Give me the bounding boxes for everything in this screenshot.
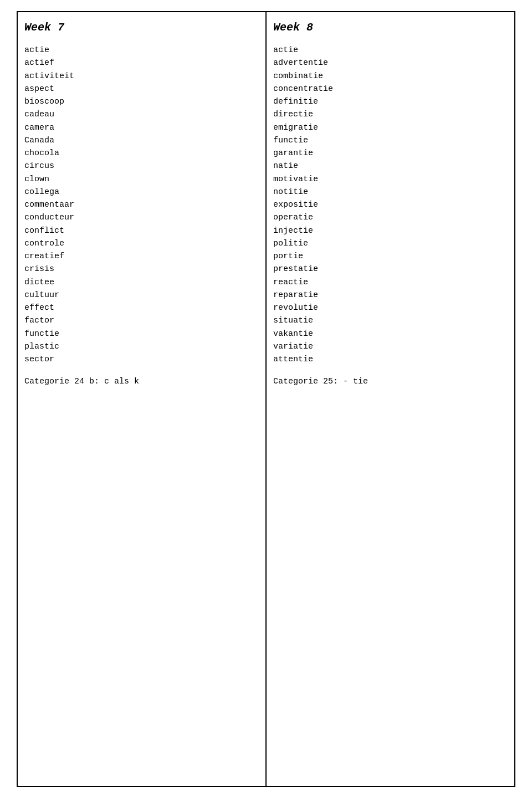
list-item: actie — [273, 44, 508, 57]
list-item: operatie — [273, 211, 508, 224]
list-item: prestatie — [273, 263, 508, 275]
list-item: expositie — [273, 198, 508, 211]
list-item: factor — [24, 314, 259, 327]
list-item: cultuur — [24, 289, 259, 301]
list-item: clown — [24, 173, 259, 186]
list-item: motivatie — [273, 173, 508, 186]
list-item: Canada — [24, 134, 259, 147]
list-item: effect — [24, 301, 259, 314]
week-title-2: Week 8 — [273, 21, 508, 34]
list-item: attentie — [273, 353, 508, 366]
list-item: activiteit — [24, 70, 259, 83]
list-item: portie — [273, 250, 508, 263]
list-item: reparatie — [273, 289, 508, 301]
list-item: circus — [24, 160, 259, 172]
list-item: notitie — [273, 186, 508, 198]
list-item: creatief — [24, 250, 259, 263]
list-item: actief — [24, 57, 259, 69]
list-item: bioscoop — [24, 95, 259, 108]
page-container: Week 7actieactiefactiviteitaspectbioscoo… — [17, 11, 515, 787]
list-item: injectie — [273, 224, 508, 237]
list-item: functie — [273, 134, 508, 147]
list-item: conflict — [24, 224, 259, 237]
list-item: camera — [24, 121, 259, 134]
list-item: crisis — [24, 263, 259, 275]
list-item: definitie — [273, 95, 508, 108]
list-item: cadeau — [24, 108, 259, 121]
list-item: chocola — [24, 147, 259, 160]
column-2: Week 8actieadvertentiecombinatieconcentr… — [267, 12, 514, 786]
list-item: natie — [273, 160, 508, 172]
word-list-1: actieactiefactiviteitaspectbioscoopcadea… — [24, 44, 259, 366]
list-item: variatie — [273, 340, 508, 353]
list-item: conducteur — [24, 211, 259, 224]
list-item: reactie — [273, 276, 508, 289]
list-item: controle — [24, 237, 259, 250]
list-item: directie — [273, 108, 508, 121]
word-list-2: actieadvertentiecombinatieconcentratiede… — [273, 44, 508, 366]
list-item: dictee — [24, 276, 259, 289]
list-item: revolutie — [273, 301, 508, 314]
list-item: actie — [24, 44, 259, 57]
category-label-1: Categorie 24 b: c als k — [24, 377, 259, 386]
list-item: combinatie — [273, 70, 508, 83]
list-item: vakantie — [273, 328, 508, 340]
list-item: sector — [24, 353, 259, 366]
list-item: collega — [24, 186, 259, 198]
list-item: plastic — [24, 340, 259, 353]
list-item: politie — [273, 237, 508, 250]
list-item: commentaar — [24, 198, 259, 211]
list-item: advertentie — [273, 57, 508, 69]
column-1: Week 7actieactiefactiviteitaspectbioscoo… — [18, 12, 267, 786]
list-item: emigratie — [273, 121, 508, 134]
list-item: concentratie — [273, 83, 508, 95]
list-item: aspect — [24, 83, 259, 95]
week-title-1: Week 7 — [24, 21, 259, 34]
category-label-2: Categorie 25: - tie — [273, 377, 508, 386]
list-item: situatie — [273, 314, 508, 327]
list-item: garantie — [273, 147, 508, 160]
list-item: functie — [24, 328, 259, 340]
